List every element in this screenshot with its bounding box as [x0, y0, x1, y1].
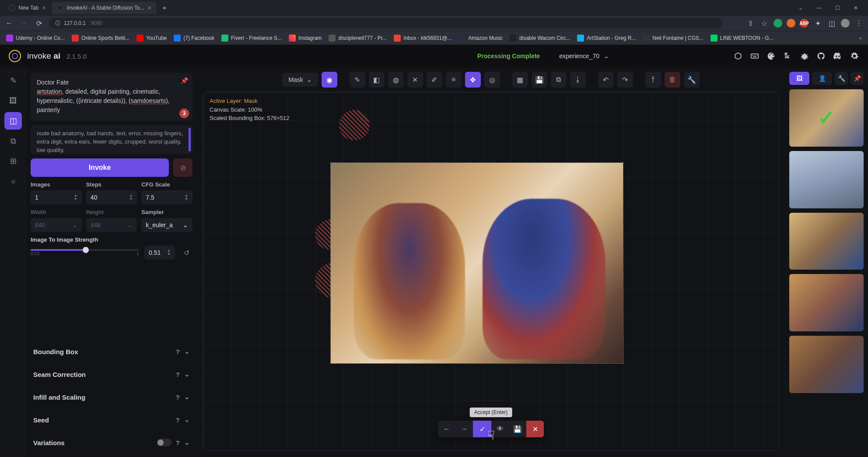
accordion-variations[interactable]: Variations?⌄: [31, 433, 192, 452]
tab-close-icon[interactable]: ×: [42, 4, 46, 11]
bookmark-item[interactable]: YouTube: [136, 35, 167, 42]
negative-prompt-input[interactable]: nude bad anatomy, bad hands, text, error…: [31, 125, 192, 154]
language-icon[interactable]: [783, 51, 793, 61]
gear-icon[interactable]: [850, 51, 859, 61]
bookmark-item[interactable]: Instagram: [289, 35, 322, 42]
cube-icon[interactable]: [733, 51, 743, 61]
bookmark-item[interactable]: Fiverr - Freelance S...: [221, 35, 282, 42]
save-staging-icon[interactable]: 💾: [509, 421, 526, 437]
discard-button[interactable]: ✕: [526, 421, 544, 437]
gallery-tab-user[interactable]: 👤: [812, 72, 832, 85]
reload-icon[interactable]: ⟳: [34, 18, 44, 28]
adblock-icon[interactable]: ABP: [800, 19, 808, 28]
prompt-input[interactable]: 📌 Doctor Fate artstation, detailed, digi…: [31, 73, 192, 121]
rail-postprocess[interactable]: ⊞: [4, 152, 22, 170]
profile-avatar[interactable]: [841, 19, 850, 28]
chevron-down-icon[interactable]: ⌄: [792, 2, 809, 14]
rail-training[interactable]: ⟐: [4, 172, 22, 190]
palette-icon[interactable]: [766, 51, 776, 61]
height-select[interactable]: 448⌄: [86, 218, 137, 232]
accept-button[interactable]: ✓: [473, 421, 491, 437]
github-icon[interactable]: [816, 51, 826, 61]
help-icon[interactable]: ?: [176, 416, 180, 424]
hamburger-icon[interactable]: ≡: [446, 72, 462, 88]
gallery-settings-icon[interactable]: 🔧: [835, 72, 848, 85]
gallery-thumbnail[interactable]: ✓: [789, 89, 864, 147]
bookmark-item[interactable]: Inbox - klk56831@...: [394, 35, 452, 42]
gallery-pin-icon[interactable]: 📌: [850, 72, 864, 85]
model-select[interactable]: experience_70 ⌄: [555, 51, 613, 61]
accordion-bounding-box[interactable]: Bounding Box?⌄: [31, 342, 192, 361]
bounding-box[interactable]: [330, 162, 623, 364]
images-input[interactable]: 1▲▼: [31, 190, 82, 204]
bookmark-item[interactable]: (7) Facebook: [174, 35, 214, 42]
minimize-icon[interactable]: —: [810, 2, 828, 14]
steps-input[interactable]: 40▲▼: [86, 190, 137, 204]
bookmark-item[interactable]: Neil Fontaine | CGS...: [643, 35, 704, 42]
browser-tab[interactable]: InvokeAI - A Stable Diffusion To... ×: [52, 2, 157, 14]
variations-toggle[interactable]: [157, 439, 172, 446]
help-icon[interactable]: ?: [176, 439, 180, 446]
upload-icon[interactable]: ⭱: [645, 72, 661, 88]
bookmark-item[interactable]: LINE WEBTOON - G...: [710, 35, 774, 42]
next-icon[interactable]: →: [455, 421, 473, 437]
fill-icon[interactable]: ◍: [388, 72, 404, 88]
canvas-stage[interactable]: Active Layer: Mask Canvas Scale: 100% Sc…: [203, 92, 779, 451]
brush-icon[interactable]: ✎: [350, 72, 365, 88]
extension-icon[interactable]: [787, 19, 795, 28]
accordion-infill-scaling[interactable]: Infill and Scaling?⌄: [31, 388, 192, 406]
gallery-thumbnail[interactable]: [789, 151, 864, 208]
settings-icon[interactable]: 🔧: [684, 72, 700, 88]
bookmark-item[interactable]: disable Wacom Circ...: [510, 35, 570, 42]
layer-select[interactable]: Mask⌄: [282, 73, 318, 87]
eraser-icon[interactable]: ◧: [369, 72, 385, 88]
cancel-button[interactable]: ⊘: [173, 158, 192, 177]
bookmark-item[interactable]: Udemy - Online Co...: [6, 35, 65, 42]
bookmark-item[interactable]: ArtStation - Greg R...: [577, 35, 636, 42]
invoke-button[interactable]: Invoke: [31, 158, 169, 177]
help-icon[interactable]: ?: [176, 394, 180, 401]
sampler-select[interactable]: k_euler_a⌄: [141, 218, 192, 232]
keyboard-icon[interactable]: [750, 51, 760, 61]
move-icon[interactable]: ✥: [465, 72, 481, 88]
bookmark-overflow-icon[interactable]: »: [859, 35, 862, 41]
stepper-icon[interactable]: ▲▼: [167, 249, 171, 256]
bug-icon[interactable]: [800, 51, 809, 61]
cfg-input[interactable]: 7.5▲▼: [141, 190, 192, 204]
sidepanel-icon[interactable]: ◫: [827, 18, 836, 28]
eyedropper-icon[interactable]: ✐: [427, 72, 442, 88]
redo-icon[interactable]: ↷: [617, 72, 633, 88]
new-tab-button[interactable]: ＋: [158, 2, 172, 14]
gallery-thumbnail[interactable]: [789, 274, 864, 331]
copy-icon[interactable]: ⧉: [551, 72, 567, 88]
accordion-seam-correction[interactable]: Seam Correction?⌄: [31, 365, 192, 383]
delete-icon[interactable]: 🗑: [665, 72, 680, 88]
download-icon[interactable]: ⭳: [570, 72, 586, 88]
layers-icon[interactable]: ▦: [512, 72, 528, 88]
rail-nodes[interactable]: ⧉: [4, 132, 22, 150]
share-icon[interactable]: ⇪: [746, 18, 755, 28]
browser-tab[interactable]: New Tab ×: [4, 2, 51, 14]
stepper-icon[interactable]: ▲▼: [185, 194, 188, 201]
gallery-thumbnail[interactable]: [789, 213, 864, 270]
bookmark-item[interactable]: Amazon Music: [458, 35, 503, 42]
mask-enable-button[interactable]: ◉: [322, 72, 337, 88]
bookmark-star-icon[interactable]: ☆: [760, 18, 769, 28]
bookmark-item[interactable]: Online Sports Betti...: [72, 35, 130, 42]
gallery-tab-images[interactable]: 🖼: [789, 72, 809, 85]
rail-txt2img[interactable]: ✎: [4, 72, 22, 89]
help-icon[interactable]: ?: [176, 348, 180, 355]
clear-icon[interactable]: ✕: [407, 72, 423, 88]
forward-icon[interactable]: →: [19, 18, 29, 28]
menu-icon[interactable]: ⋮: [854, 18, 864, 28]
save-icon[interactable]: 💾: [532, 72, 547, 88]
back-icon[interactable]: ←: [4, 18, 14, 28]
extension-icon[interactable]: [774, 19, 782, 28]
tab-close-icon[interactable]: ×: [148, 4, 151, 11]
close-icon[interactable]: ✕: [847, 2, 864, 14]
transform-icon[interactable]: ◎: [484, 72, 500, 88]
stepper-icon[interactable]: ▲▼: [74, 194, 77, 201]
help-icon[interactable]: ?: [176, 371, 180, 378]
maximize-icon[interactable]: ☐: [829, 2, 846, 14]
i2i-value-input[interactable]: 0.51▲▼: [144, 246, 175, 260]
